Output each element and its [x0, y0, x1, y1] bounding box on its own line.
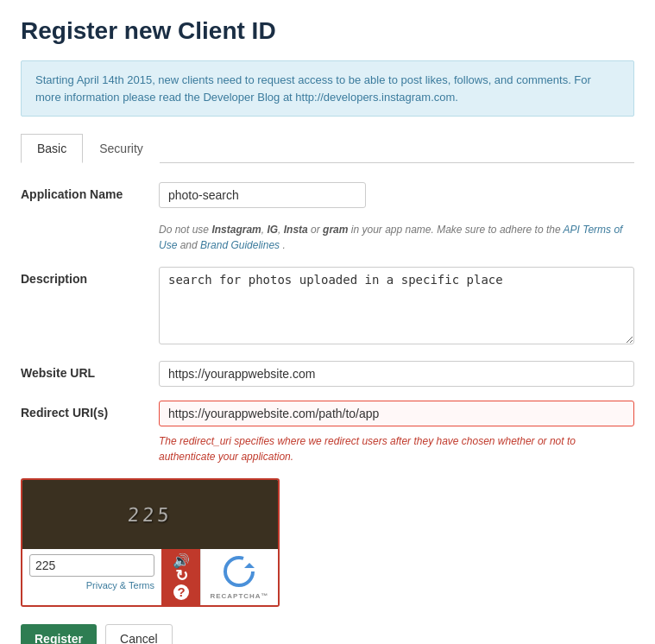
- description-input[interactable]: search for photos uploaded in a specific…: [159, 267, 634, 344]
- app-name-group: Application Name: [21, 182, 634, 208]
- website-url-input-wrap: [159, 361, 634, 387]
- captcha-input-area: Privacy & Terms: [22, 549, 162, 605]
- website-url-group: Website URL: [21, 361, 634, 387]
- tab-basic[interactable]: Basic: [21, 134, 83, 163]
- recaptcha-text: reCAPTCHA™: [210, 592, 268, 600]
- captcha-logo-area: reCAPTCHA™: [200, 549, 278, 605]
- recaptcha-logo: reCAPTCHA™: [210, 554, 268, 600]
- svg-point-0: [225, 558, 253, 585]
- tab-bar: Basic Security: [21, 134, 634, 163]
- captcha-bottom-row: Privacy & Terms 🔊 ↻ ? reCAPTCHA™: [22, 549, 278, 605]
- captcha-image-area: 225: [22, 480, 278, 549]
- redirect-hint: The redirect_uri specifies where we redi…: [159, 433, 634, 464]
- captcha-refresh-icon[interactable]: ↻: [175, 568, 188, 584]
- redirect-uri-label: Redirect URI(s): [21, 401, 159, 420]
- page-title: Register new Client ID: [21, 17, 634, 45]
- brand-guidelines-link[interactable]: Brand Guidelines: [200, 239, 280, 251]
- redirect-uri-group: Redirect URI(s): [21, 401, 634, 426]
- banner-text: Starting April 14th 2015, new clients ne…: [35, 73, 591, 104]
- captcha-image-number: 225: [127, 504, 173, 526]
- captcha-controls: 🔊 ↻ ?: [162, 549, 200, 605]
- info-banner: Starting April 14th 2015, new clients ne…: [21, 60, 634, 117]
- captcha-privacy-link[interactable]: Privacy & Terms: [29, 580, 154, 590]
- description-label: Description: [21, 267, 159, 286]
- description-input-wrap: search for photos uploaded in a specific…: [159, 267, 634, 347]
- app-name-input[interactable]: [159, 182, 366, 208]
- app-name-input-wrap: [159, 182, 634, 208]
- cancel-button[interactable]: Cancel: [105, 624, 173, 644]
- app-name-hint: Do not use Instagram, IG, Insta or gram …: [159, 222, 634, 253]
- redirect-uri-input-wrap: [159, 401, 634, 426]
- svg-marker-1: [244, 563, 255, 568]
- captcha-section: 225 Privacy & Terms 🔊 ↻ ?: [21, 478, 634, 607]
- recaptcha-refresh-icon: [222, 554, 256, 589]
- captcha-input[interactable]: [29, 554, 154, 577]
- website-url-input[interactable]: [159, 361, 634, 387]
- register-button[interactable]: Register: [21, 624, 97, 644]
- app-name-label: Application Name: [21, 182, 159, 201]
- website-url-label: Website URL: [21, 361, 159, 380]
- redirect-uri-input[interactable]: [159, 401, 634, 426]
- captcha-audio-icon[interactable]: 🔊: [173, 554, 190, 568]
- button-row: Register Cancel: [21, 624, 634, 644]
- captcha-widget: 225 Privacy & Terms 🔊 ↻ ?: [21, 478, 280, 607]
- tab-security[interactable]: Security: [83, 134, 160, 163]
- description-group: Description search for photos uploaded i…: [21, 267, 634, 347]
- captcha-help-icon[interactable]: ?: [173, 584, 189, 600]
